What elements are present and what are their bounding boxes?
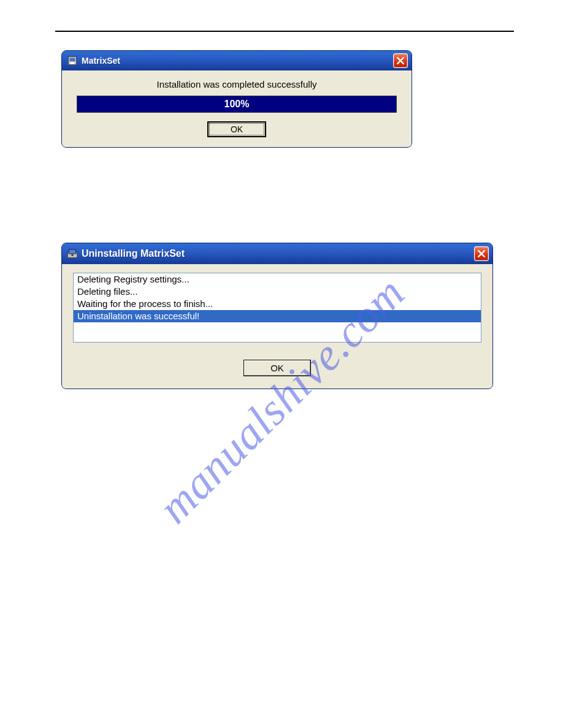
list-item[interactable]: Deleting Registry settings... [74,273,481,286]
close-icon[interactable] [474,246,489,261]
svg-rect-4 [69,249,75,254]
install-complete-dialog: MatrixSet Installation was completed suc… [61,50,412,148]
list-item[interactable]: Uninstallation was successful! [74,310,481,322]
list-item[interactable]: Deleting files... [74,286,481,298]
list-item[interactable]: Waiting for the process to finish... [74,298,481,310]
dialog2-body: Deleting Registry settings...Deleting fi… [62,264,492,389]
svg-rect-1 [70,58,75,62]
progress-percent: 100% [224,99,250,110]
uninstaller-icon [67,248,78,259]
page-divider [55,31,514,32]
progress-bar: 100% [77,96,397,113]
uninstall-dialog: Uninstalling MatrixSet Deleting Registry… [61,243,493,389]
close-icon[interactable] [393,53,408,68]
svg-point-5 [71,254,73,256]
dialog2-titlebar: Uninstalling MatrixSet [62,243,492,264]
dialog1-title: MatrixSet [82,56,393,66]
dialog1-titlebar: MatrixSet [62,51,412,70]
dialog1-body: Installation was completed successfully … [62,70,412,147]
ok-button[interactable]: OK [207,121,266,137]
ok-button[interactable]: OK [243,360,311,376]
uninstall-log-list[interactable]: Deleting Registry settings...Deleting fi… [73,273,481,343]
installer-icon [67,55,78,66]
svg-rect-2 [71,62,75,64]
dialog2-title: Uninstalling MatrixSet [82,248,474,259]
install-status-text: Installation was completed successfully [74,79,399,89]
